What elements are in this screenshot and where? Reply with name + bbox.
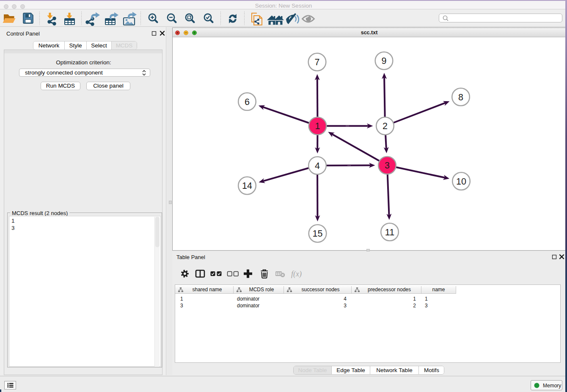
svg-text:15: 15 bbox=[313, 229, 323, 239]
svg-text:1: 1 bbox=[315, 121, 320, 131]
svg-text:2: 2 bbox=[383, 121, 388, 131]
svg-text:6: 6 bbox=[245, 97, 250, 107]
svg-text:9: 9 bbox=[382, 56, 387, 66]
svg-text:4: 4 bbox=[315, 161, 320, 171]
svg-text:11: 11 bbox=[385, 227, 394, 237]
svg-text:8: 8 bbox=[458, 92, 463, 102]
svg-text:7: 7 bbox=[315, 57, 320, 67]
svg-text:3: 3 bbox=[385, 160, 390, 171]
svg-text:10: 10 bbox=[456, 177, 466, 187]
svg-text:f(x): f(x) bbox=[291, 270, 302, 279]
svg-text:14: 14 bbox=[242, 181, 252, 191]
